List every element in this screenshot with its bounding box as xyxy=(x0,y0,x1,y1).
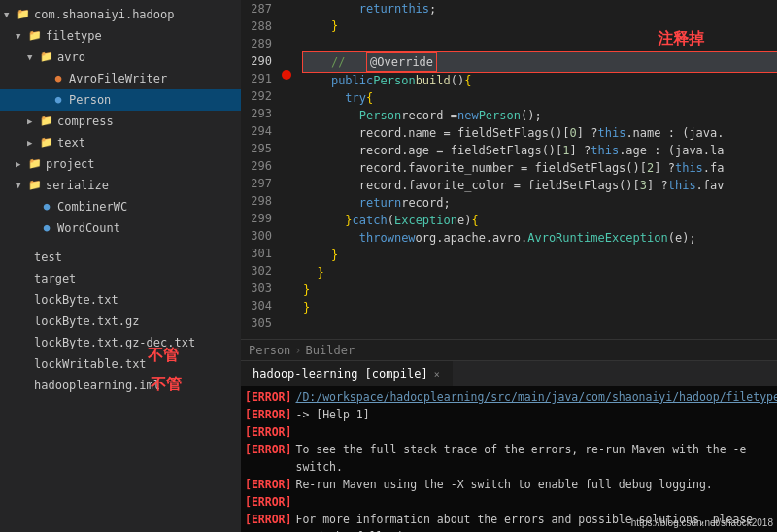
file-icon xyxy=(16,378,31,393)
code-line-297: record.favorite_color = fieldSetFlags()[… xyxy=(303,177,777,194)
error-tag: [ERROR] xyxy=(245,388,291,406)
code-line-293: Person record = new Person(); xyxy=(303,107,777,124)
sidebar-item-label: target xyxy=(34,269,76,288)
sidebar-item-text[interactable]: ▶ 📁 text xyxy=(0,132,241,153)
arrow-icon xyxy=(27,218,37,238)
console-line-2: [ERROR] -> [Help 1] xyxy=(241,406,777,423)
error-tag: [ERROR] xyxy=(245,406,291,423)
sidebar-item-label: Person xyxy=(69,90,111,110)
sidebar-item-avro[interactable]: ▼ 📁 avro xyxy=(0,47,241,68)
code-line-290: // @Override xyxy=(303,52,777,72)
breadcrumb-person: Person xyxy=(249,344,290,357)
error-tag: [ERROR] xyxy=(245,423,291,441)
sidebar-item-lockwritable[interactable]: lockWritable.txt xyxy=(0,353,241,375)
code-line-288: } xyxy=(303,17,777,35)
console-line-3: [ERROR] xyxy=(241,423,777,441)
class-icon: ● xyxy=(51,92,66,108)
console-tab-compile[interactable]: hadoop-learning [compile] × xyxy=(241,361,453,386)
arrow-icon xyxy=(4,333,14,352)
console-line-7: [ERROR] For more information about the e… xyxy=(241,511,777,532)
code-editor[interactable]: 287 288 289 290 291 292 293 294 295 296 … xyxy=(241,0,777,339)
breadcrumb-builder: Builder xyxy=(306,344,355,357)
arrow-icon xyxy=(4,269,14,288)
arrow-icon xyxy=(27,197,37,216)
arrow-icon: ▼ xyxy=(27,48,37,67)
sidebar-item-person[interactable]: ● Person xyxy=(0,89,241,111)
folder-icon: 📁 xyxy=(39,114,54,129)
line-numbers: 287 288 289 290 291 292 293 294 295 296 … xyxy=(241,0,280,339)
sidebar-item-lockbyte[interactable]: lockByte.txt xyxy=(0,289,241,311)
arrow-icon xyxy=(4,376,14,395)
sidebar-item-label: test xyxy=(34,248,62,267)
code-line-305 xyxy=(303,316,777,334)
code-line-304: } xyxy=(303,299,777,316)
sidebar-item-serialize[interactable]: ▼ 📁 serialize xyxy=(0,175,241,196)
tab-close-button[interactable]: × xyxy=(434,369,440,380)
sidebar-item-label: avro xyxy=(57,48,85,67)
tab-label: hadoop-learning [compile] xyxy=(253,367,428,381)
file-tree[interactable]: ▼ 📁 com.shaonaiyi.hadoop ▼ 📁 filetype ▼ … xyxy=(0,0,241,532)
class-icon: ● xyxy=(51,71,66,86)
code-line-300: throw new org.apache.avro.AvroRuntimeExc… xyxy=(303,229,777,247)
code-line-302: } xyxy=(303,264,777,282)
arrow-icon: ▼ xyxy=(16,26,25,46)
sidebar-item-target[interactable]: target xyxy=(0,268,241,289)
sidebar-item-test[interactable]: test xyxy=(0,247,241,268)
code-line-299: } catch (Exception e) { xyxy=(303,212,777,229)
console-text-5: Re-run Maven using the -X switch to enab… xyxy=(295,476,712,493)
sidebar-item-project[interactable]: ▶ 📁 project xyxy=(0,153,241,175)
sidebar-item-label: text xyxy=(57,133,85,152)
sidebar-item-filetype[interactable]: ▼ 📁 filetype xyxy=(0,25,241,47)
sidebar-item-lockbyte-gz[interactable]: lockByte.txt.gz xyxy=(0,311,241,332)
console-line-1: [ERROR] /D:/workspace/hadooplearning/src… xyxy=(241,388,777,406)
arrow-icon: ▶ xyxy=(16,154,25,174)
code-line-289 xyxy=(303,35,777,52)
sidebar-item-label: hadooplearning.iml xyxy=(34,376,160,395)
console-text-2: -> [Help 1] xyxy=(295,406,369,423)
arrow-icon: ▶ xyxy=(27,112,37,131)
code-line-294: record.name = fieldSetFlags()[0] ? this.… xyxy=(303,124,777,142)
code-line-296: record.favorite_number = fieldSetFlags()… xyxy=(303,159,777,177)
sidebar-item-label: AvroFileWriter xyxy=(69,69,167,88)
class-icon: ● xyxy=(39,220,54,236)
bottom-panel: hadoop-learning [compile] × [ERROR] /D:/… xyxy=(241,360,777,532)
folder-icon xyxy=(16,249,31,265)
arrow-icon xyxy=(39,90,49,110)
folder-icon xyxy=(16,271,31,286)
editor-area: 注释掉 287 288 289 290 291 292 293 294 295 … xyxy=(241,0,777,532)
sidebar-item-label: serialize xyxy=(46,176,109,195)
sidebar-item-label: lockWritable.txt xyxy=(34,354,147,374)
folder-icon: 📁 xyxy=(39,50,54,65)
arrow-icon: ▶ xyxy=(27,133,37,152)
folder-icon: 📁 xyxy=(27,178,43,193)
console-text-7: For more information about the errors an… xyxy=(295,511,773,532)
console-output[interactable]: [ERROR] /D:/workspace/hadooplearning/src… xyxy=(241,386,777,532)
console-line-4: [ERROR] To see the full stack trace of t… xyxy=(241,441,777,476)
code-lines: return this; } // @Override public Perso… xyxy=(295,0,777,339)
error-tag: [ERROR] xyxy=(245,493,291,511)
file-icon xyxy=(16,356,31,372)
arrow-icon xyxy=(4,290,14,310)
error-link-1[interactable]: /D:/workspace/hadooplearning/src/main/ja… xyxy=(295,388,777,406)
code-line-291: public Person build() { xyxy=(303,72,777,89)
sidebar-item-hadooplearning-iml[interactable]: hadooplearning.iml xyxy=(0,375,241,396)
sidebar-item-label: CombinerWC xyxy=(57,197,127,216)
console-tab-bar: hadoop-learning [compile] × xyxy=(241,361,777,386)
gutter xyxy=(280,0,295,339)
code-line-298: return record; xyxy=(303,194,777,212)
sidebar-item-avrofilewriter[interactable]: ● AvroFileWriter xyxy=(0,68,241,89)
sidebar-item-label: filetype xyxy=(46,26,102,46)
file-icon xyxy=(16,314,31,329)
error-tag: [ERROR] xyxy=(245,511,291,528)
sidebar-item-com-shaonaiyi-hadoop[interactable]: ▼ 📁 com.shaonaiyi.hadoop xyxy=(0,4,241,25)
breadcrumb: Person › Builder xyxy=(241,339,777,360)
sidebar-item-combinerwc[interactable]: ● CombinerWC xyxy=(0,196,241,217)
sidebar-item-compress[interactable]: ▶ 📁 compress xyxy=(0,111,241,132)
file-icon xyxy=(16,292,31,308)
console-text-4: To see the full stack trace of the error… xyxy=(295,441,773,476)
arrow-icon xyxy=(39,69,49,88)
sidebar-item-lockbyte-gz-dec[interactable]: lockByte.txt.gz-dec.txt xyxy=(0,332,241,353)
error-tag: [ERROR] xyxy=(245,441,291,458)
sidebar-item-label: lockByte.txt xyxy=(34,290,118,310)
sidebar-item-wordcount[interactable]: ● WordCount xyxy=(0,217,241,239)
